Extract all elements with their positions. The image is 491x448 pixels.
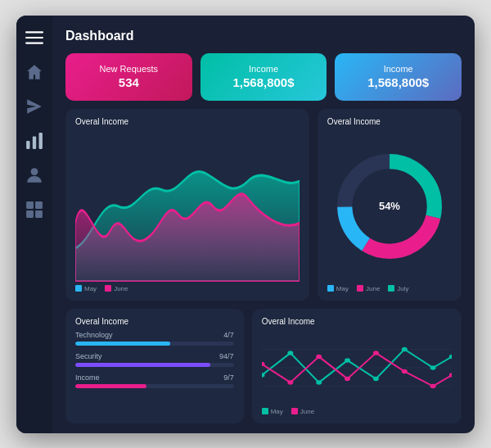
- donut-dot-june: [357, 285, 363, 292]
- progress-bar-fill-technology: [75, 342, 170, 346]
- stat-card-value-1: 1,568,800$: [232, 75, 294, 89]
- svg-rect-8: [35, 201, 43, 209]
- progress-bar-bg-income: [75, 384, 234, 388]
- svg-point-19: [287, 351, 293, 355]
- grid-icon[interactable]: [25, 201, 43, 219]
- legend-dot-may: [75, 285, 82, 292]
- svg-point-31: [401, 369, 407, 373]
- progress-item-income: Income 9/7: [75, 373, 234, 388]
- progress-item-technology: Technology 4/7: [75, 331, 234, 346]
- svg-rect-4: [33, 136, 36, 148]
- svg-rect-9: [26, 210, 34, 218]
- legend-item-may: May: [75, 285, 97, 292]
- page-title: Dashboard: [65, 29, 462, 43]
- donut-chart-card: Overal Income 54%: [318, 109, 462, 301]
- donut-label-july: July: [397, 285, 408, 292]
- donut-chart-title: Overal Income: [327, 117, 452, 126]
- svg-rect-1: [25, 36, 43, 38]
- bottom-row: Overal Income Technology 4/7 Security 94…: [65, 309, 462, 423]
- line-dot-june: [291, 408, 298, 414]
- stat-card-value-0: 534: [119, 75, 139, 89]
- svg-rect-3: [26, 141, 29, 149]
- progress-label-technology: Technology 4/7: [75, 331, 234, 339]
- stat-cards: New Requests 534 Income 1,568,800$ Incom…: [65, 53, 462, 101]
- line-dot-may: [262, 408, 268, 414]
- stat-card-label-0: New Requests: [100, 64, 159, 74]
- stat-card-income-1[interactable]: Income 1,568,800$: [200, 53, 327, 101]
- send-icon[interactable]: [25, 97, 43, 115]
- svg-rect-10: [35, 210, 43, 218]
- line-chart-area: [262, 331, 452, 405]
- legend-item-june: June: [105, 285, 128, 292]
- donut-legend-july: July: [388, 285, 408, 292]
- progress-item-security: Security 94/7: [75, 352, 234, 367]
- donut-chart-legend: May June July: [327, 285, 452, 292]
- app-container: Dashboard New Requests 534 Income 1,568,…: [16, 16, 475, 433]
- main-content: Dashboard New Requests 534 Income 1,568,…: [52, 16, 475, 433]
- chart-icon[interactable]: [25, 132, 43, 150]
- svg-point-23: [401, 346, 407, 351]
- progress-label-income: Income 9/7: [75, 373, 234, 382]
- line-legend-may: May: [262, 408, 283, 415]
- stat-card-new-requests[interactable]: New Requests 534: [65, 53, 192, 101]
- svg-point-6: [31, 168, 38, 175]
- svg-rect-0: [25, 31, 43, 33]
- line-chart-legend: May June: [262, 408, 452, 415]
- progress-chart-card: Overal Income Technology 4/7 Security 94…: [65, 309, 244, 423]
- stat-card-label-1: Income: [249, 64, 278, 74]
- progress-bar-fill-income: [75, 384, 146, 388]
- svg-point-22: [373, 376, 379, 380]
- svg-point-30: [373, 351, 379, 355]
- donut-legend-june: June: [357, 285, 380, 292]
- area-chart-card: Overal Income: [65, 109, 309, 301]
- donut-label-june: June: [366, 285, 380, 292]
- svg-point-20: [316, 380, 322, 384]
- stat-card-income-2[interactable]: Income 1,568,800$: [335, 53, 462, 101]
- donut-legend-may: May: [327, 285, 349, 292]
- charts-row-1: Overal Income: [65, 109, 462, 301]
- svg-point-27: [287, 380, 293, 384]
- donut-percentage: 54%: [379, 200, 400, 212]
- home-icon[interactable]: [25, 63, 43, 81]
- progress-chart-title: Overal Income: [75, 317, 234, 326]
- legend-label-june: June: [114, 285, 128, 292]
- sidebar: [16, 16, 52, 433]
- area-chart-legend: May June: [75, 285, 300, 292]
- area-chart-area: [75, 131, 300, 282]
- svg-point-28: [316, 354, 322, 358]
- progress-bar-bg-technology: [75, 342, 234, 346]
- donut-label-may: May: [336, 285, 349, 292]
- legend-dot-june: [105, 285, 111, 292]
- user-icon[interactable]: [25, 166, 43, 184]
- legend-label-may: May: [84, 285, 97, 292]
- svg-point-29: [345, 376, 350, 380]
- progress-label-security: Security 94/7: [75, 352, 234, 360]
- progress-bar-fill-security: [75, 363, 210, 367]
- donut-dot-may: [327, 285, 334, 292]
- stat-card-label-2: Income: [384, 64, 413, 74]
- donut-dot-july: [388, 285, 394, 292]
- line-chart-card: Overal Income: [252, 309, 462, 423]
- svg-rect-2: [25, 42, 43, 43]
- area-chart-title: Overal Income: [75, 117, 300, 126]
- line-chart-title: Overal Income: [262, 317, 452, 326]
- svg-point-32: [430, 383, 435, 387]
- svg-rect-7: [26, 201, 34, 209]
- line-legend-june: June: [291, 408, 314, 415]
- svg-rect-5: [39, 133, 43, 149]
- menu-icon[interactable]: [25, 29, 43, 47]
- stat-card-value-2: 1,568,800$: [367, 75, 429, 89]
- donut-chart-area: 54%: [327, 131, 452, 282]
- svg-point-21: [345, 358, 350, 362]
- svg-point-24: [430, 365, 435, 369]
- progress-bar-bg-security: [75, 363, 234, 367]
